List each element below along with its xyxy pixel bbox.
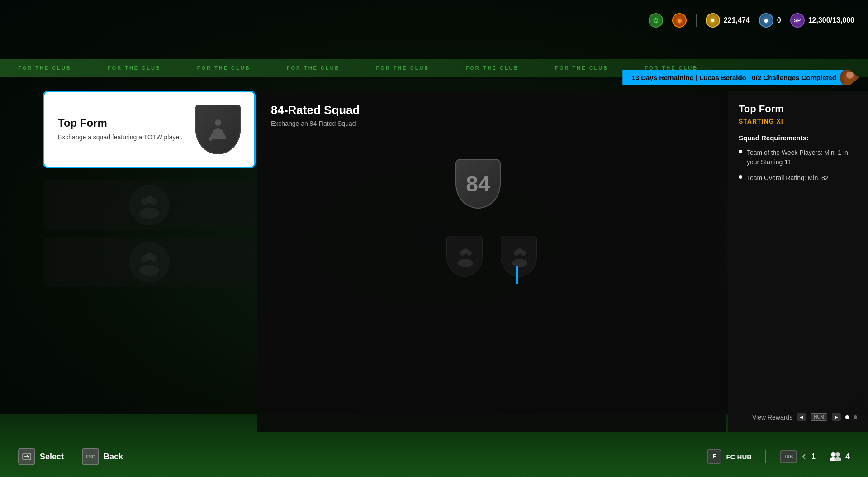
card-description: Exchange a squad featuring a TOTW player… — [58, 133, 186, 142]
back-key-icon: ESC — [82, 448, 99, 465]
banner-text-1: FOR THE CLUB — [18, 65, 71, 71]
banner-text-7: FOR THE CLUB — [555, 65, 608, 71]
transfer-icon: ◆ — [759, 13, 773, 28]
svg-point-15 — [458, 259, 473, 267]
empty-card-slot-3[interactable] — [43, 237, 256, 287]
svg-point-11 — [139, 265, 159, 276]
right-panel: Top Form STARTING XI Squad Requirements:… — [728, 91, 868, 432]
svg-point-14 — [463, 248, 468, 254]
squad-battles-icon: ⬡ — [649, 13, 663, 28]
nav-right-button[interactable]: ▶ — [832, 413, 841, 421]
fut-champs-icon: ◈ — [672, 13, 687, 28]
banner-text-5: FOR THE CLUB — [376, 65, 430, 71]
req-bullet-2 — [739, 175, 742, 179]
requirement-item-2: Team Overall Rating: Min. 82 — [739, 173, 857, 183]
empty-slot-1 — [446, 236, 483, 277]
requirement-item-1: Team of the Week Players: Min. 1 in your… — [739, 148, 857, 167]
top-form-card[interactable]: Top Form Exchange a squad featuring a TO… — [43, 91, 256, 168]
svg-point-6 — [146, 196, 153, 203]
rating-badge-container: 84 — [271, 141, 685, 209]
req-text-2: Team Overall Rating: Min. 82 — [747, 173, 829, 183]
fc-hub-key: F — [707, 449, 721, 464]
squad-title: 84-Rated Squad — [271, 103, 712, 117]
tab-key-icon: TAB — [780, 450, 797, 463]
bottom-bar: Select ESC Back F FC HUB TAB 1 — [0, 436, 868, 477]
card-title: Top Form — [58, 117, 186, 129]
main-content: Top Form Exchange a squad featuring a TO… — [43, 91, 868, 432]
sp-value: 12,300/13,000 — [808, 16, 854, 24]
empty-card-slot-2[interactable] — [43, 180, 256, 230]
right-title: Top Form — [739, 103, 857, 115]
banner-text-6: FOR THE CLUB — [465, 65, 519, 71]
svg-point-7 — [139, 208, 159, 219]
view-rewards-label: View Rewards — [752, 414, 792, 421]
fc-hub-section[interactable]: F FC HUB — [707, 449, 752, 464]
svg-point-2 — [215, 119, 221, 126]
svg-point-10 — [146, 253, 153, 260]
bottom-left: Select ESC Back — [18, 448, 123, 465]
fc-hub-key-label: F — [713, 453, 716, 460]
left-panel: Top Form Exchange a squad featuring a TO… — [43, 91, 256, 432]
svg-point-22 — [831, 452, 835, 457]
empty-slot-2 — [501, 236, 537, 277]
svg-point-0 — [846, 72, 854, 79]
group-badge-3 — [129, 242, 170, 282]
players-count: 4 — [845, 452, 850, 462]
currency-section: ⬡ ◈ ● 221,474 ◆ 0 SP 12,3 — [649, 13, 854, 28]
bottom-divider — [765, 450, 766, 463]
right-subtitle: STARTING XI — [739, 118, 857, 125]
transfer-value: 0 — [777, 16, 781, 24]
notification-text: 13 Days Remaining | Lucas Beraldo | 0/2 … — [631, 74, 836, 81]
req-bullet-1 — [739, 150, 742, 153]
coins-item: ● 221,474 — [706, 13, 750, 28]
divider-1 — [696, 14, 697, 27]
rating-badge: 84 — [455, 159, 501, 209]
select-button[interactable]: Select — [18, 448, 64, 465]
view-rewards-section: View Rewards ◀ NUM ▶ — [739, 413, 857, 421]
tab-number: 1 — [811, 453, 816, 461]
coins-icon: ● — [706, 13, 720, 28]
banner-text-4: FOR THE CLUB — [287, 65, 340, 71]
nav-dot-1 — [845, 415, 849, 419]
banner-text-3: FOR THE CLUB — [197, 65, 251, 71]
banner-text-2: FOR THE CLUB — [108, 65, 161, 71]
back-label: Back — [104, 452, 123, 462]
sp-item: SP 12,300/13,000 — [790, 13, 854, 28]
fc-hub-label: FC HUB — [726, 453, 752, 461]
middle-panel: 84-Rated Squad Exchange an 84-Rated Squa… — [257, 91, 726, 432]
prev-icon — [801, 453, 808, 460]
rating-number: 84 — [466, 172, 490, 196]
nav-dot-2 — [854, 415, 857, 419]
tab-indicator: TAB 1 — [780, 450, 816, 463]
side-accent — [516, 266, 518, 284]
players-icon — [829, 451, 842, 463]
requirements-title: Squad Requirements: — [739, 134, 857, 142]
players-section: 4 — [829, 451, 850, 463]
card-info: Top Form Exchange a squad featuring a TO… — [58, 117, 186, 142]
select-key-icon — [18, 448, 35, 465]
header-bar: ⬡ ◈ ● 221,474 ◆ 0 SP 12,3 — [0, 0, 868, 41]
squad-subtitle: Exchange an 84-Rated Squad — [271, 120, 712, 127]
transfer-item: ◆ 0 — [759, 13, 781, 28]
coins-value: 221,474 — [724, 16, 750, 24]
num-pad-indicator: NUM — [811, 413, 827, 421]
empty-card-slots — [43, 180, 256, 287]
group-badge-2 — [129, 185, 170, 225]
bottom-right: F FC HUB TAB 1 4 — [707, 449, 850, 464]
player-badge — [195, 105, 241, 154]
back-button[interactable]: ESC Back — [82, 448, 123, 465]
svg-point-19 — [512, 259, 527, 267]
select-label: Select — [40, 452, 64, 462]
banner-text-8: FOR THE CLUB — [645, 65, 698, 71]
sp-icon: SP — [790, 13, 805, 28]
empty-slots — [271, 236, 712, 277]
nav-left-button[interactable]: ◀ — [797, 413, 806, 421]
req-text-1: Team of the Week Players: Min. 1 in your… — [747, 148, 857, 167]
notification-banner: 13 Days Remaining | Lucas Beraldo | 0/2 … — [622, 70, 859, 85]
svg-point-3 — [209, 137, 212, 141]
svg-point-23 — [835, 452, 840, 457]
svg-point-18 — [517, 248, 522, 254]
